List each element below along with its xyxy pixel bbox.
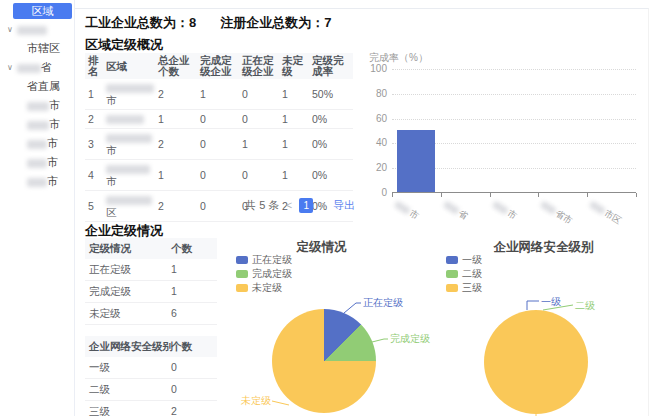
sidebar-item-市辖区[interactable]: 市辖区 bbox=[0, 39, 75, 58]
sidebar-item-redacted[interactable]: 市 bbox=[0, 153, 75, 172]
table-row: 4市10010% bbox=[85, 160, 353, 191]
completion-rate-bar-chart: 完成率（%） 市省市省市市区 020406080100 bbox=[359, 39, 647, 231]
legend-label: 三级 bbox=[462, 281, 482, 295]
table-cell: 1 bbox=[239, 129, 279, 160]
caret-down-icon[interactable]: ∨ bbox=[7, 25, 13, 34]
x-axis-category-label: 省 bbox=[441, 198, 470, 223]
table-cell: 0 bbox=[167, 357, 217, 379]
gridline bbox=[392, 119, 636, 120]
rating-status-pie-chart: 定级情况 正在定级完成定级未定级 正在定级 完成定级 未定级 bbox=[234, 231, 439, 416]
pie2-legend: 一级二级三级 bbox=[446, 253, 482, 295]
y-axis-tick-label: 60 bbox=[359, 113, 387, 124]
registered-total-value: 7 bbox=[324, 15, 331, 30]
legend-item-完成定级[interactable]: 完成定级 bbox=[236, 267, 292, 281]
column-header: 正在定级企业 bbox=[239, 53, 279, 79]
sidebar-item-label: 市 bbox=[47, 137, 58, 149]
region-overview-title: 区域定级概况 bbox=[85, 36, 163, 54]
legend-label: 正在定级 bbox=[252, 253, 292, 267]
next-page-icon[interactable]: > bbox=[320, 200, 326, 211]
legend-label: 一级 bbox=[462, 253, 482, 267]
pie1-legend: 正在定级完成定级未定级 bbox=[236, 253, 292, 295]
pie2-circle bbox=[484, 310, 588, 414]
redacted-text bbox=[17, 64, 41, 73]
redacted-text bbox=[106, 134, 152, 143]
table-row: 完成定级1 bbox=[85, 281, 217, 303]
table-cell: 1 bbox=[197, 79, 239, 110]
redacted-text bbox=[106, 84, 154, 93]
sidebar-item-label: 市 bbox=[47, 175, 58, 187]
export-link[interactable]: 导出 bbox=[333, 198, 355, 213]
pie1-label-in-progress: 正在定级 bbox=[363, 297, 403, 308]
region-suffix: 市 bbox=[106, 175, 152, 187]
table-cell: 5 bbox=[85, 191, 103, 222]
region-rating-table: 排名区域总企业个数完成定级企业正在定级企业未定级定级完成率1市210150%21… bbox=[85, 53, 353, 222]
x-axis-category-label: 市 bbox=[392, 198, 421, 223]
table-cell: 0 bbox=[197, 160, 239, 191]
table-cell: 1 bbox=[279, 129, 309, 160]
region-tab-button[interactable]: 区域 bbox=[13, 3, 72, 19]
gridline bbox=[392, 69, 636, 70]
table-row: 一级0 bbox=[85, 357, 217, 379]
table-row: 未定级6 bbox=[85, 303, 217, 325]
redacted-text bbox=[589, 201, 606, 215]
bar-chart-plot-area: 市省市省市市区 bbox=[392, 69, 636, 193]
table-cell: 1 bbox=[279, 79, 309, 110]
region-suffix: 市 bbox=[106, 144, 152, 156]
table-cell: 0% bbox=[309, 160, 353, 191]
region-sidebar: 区域 ∨市辖区∨省省直属市市市市市 bbox=[0, 0, 75, 416]
legend-item-三级[interactable]: 三级 bbox=[446, 281, 482, 295]
y-axis-tick-label: 80 bbox=[359, 88, 387, 99]
table-cell: 二级 bbox=[85, 379, 167, 401]
table-row: 3市20110% bbox=[85, 129, 353, 160]
y-axis-tick-label: 100 bbox=[359, 63, 387, 74]
pagination: 共 5 条 < 1 > 导出 bbox=[205, 198, 355, 213]
sidebar-item-redacted[interactable]: 市 bbox=[0, 96, 75, 115]
column-header: 个数 bbox=[167, 336, 217, 357]
redacted-text bbox=[27, 102, 49, 111]
table-cell: 0 bbox=[239, 110, 279, 129]
sidebar-item-label: 省 bbox=[41, 61, 52, 73]
table-cell: 2 bbox=[155, 129, 197, 160]
table-cell: 1 bbox=[85, 79, 103, 110]
x-axis-tick bbox=[587, 193, 588, 197]
table-row: 正在定级1 bbox=[85, 259, 217, 281]
table-cell: 50% bbox=[309, 79, 353, 110]
legend-item-未定级[interactable]: 未定级 bbox=[236, 281, 292, 295]
legend-item-二级[interactable]: 二级 bbox=[446, 267, 482, 281]
sidebar-item-label: 市 bbox=[49, 99, 60, 111]
legend-swatch bbox=[236, 256, 248, 264]
legend-item-一级[interactable]: 一级 bbox=[446, 253, 482, 267]
y-axis-tick-label: 20 bbox=[359, 162, 387, 173]
redacted-text bbox=[17, 26, 47, 35]
legend-item-正在定级[interactable]: 正在定级 bbox=[236, 253, 292, 267]
column-header: 个数 bbox=[167, 238, 217, 259]
table-cell: 0 bbox=[167, 379, 217, 401]
page-number-button[interactable]: 1 bbox=[299, 198, 313, 213]
registered-total-stat: 注册企业总数为：7 bbox=[220, 14, 331, 32]
sidebar-item-redacted[interactable]: 市 bbox=[0, 134, 75, 153]
pie2-label-level1: 一级 bbox=[541, 296, 561, 307]
table-cell: 1 bbox=[155, 160, 197, 191]
category-suffix: 省市 bbox=[554, 208, 575, 226]
x-axis-category-label: 市 bbox=[490, 198, 519, 223]
category-suffix: 市区 bbox=[603, 208, 624, 226]
column-header: 区域 bbox=[103, 53, 155, 79]
y-axis-tick-label: 0 bbox=[359, 187, 387, 198]
sidebar-item-redacted[interactable]: 市 bbox=[0, 115, 75, 134]
sidebar-item-redacted[interactable]: 市 bbox=[0, 172, 75, 191]
caret-down-icon[interactable]: ∨ bbox=[7, 63, 13, 72]
table-cell: 完成定级 bbox=[85, 281, 167, 303]
rating-status-table: 定级情况个数正在定级1完成定级1未定级6 bbox=[85, 238, 217, 325]
legend-label: 完成定级 bbox=[252, 267, 292, 281]
legend-swatch bbox=[446, 270, 458, 278]
region-name-cell: 市 bbox=[103, 160, 155, 191]
sidebar-item-label: 市辖区 bbox=[27, 42, 60, 54]
sidebar-item-redacted[interactable]: ∨省 bbox=[0, 58, 75, 77]
sidebar-item-redacted[interactable]: ∨ bbox=[0, 20, 75, 39]
redacted-text bbox=[27, 178, 47, 187]
prev-page-icon[interactable]: < bbox=[286, 200, 292, 211]
sidebar-item-省直属[interactable]: 省直属 bbox=[0, 77, 75, 96]
pie1-label-unrated: 未定级 bbox=[240, 395, 271, 406]
x-axis-tick bbox=[392, 193, 393, 197]
y-axis-tick-label: 40 bbox=[359, 137, 387, 148]
